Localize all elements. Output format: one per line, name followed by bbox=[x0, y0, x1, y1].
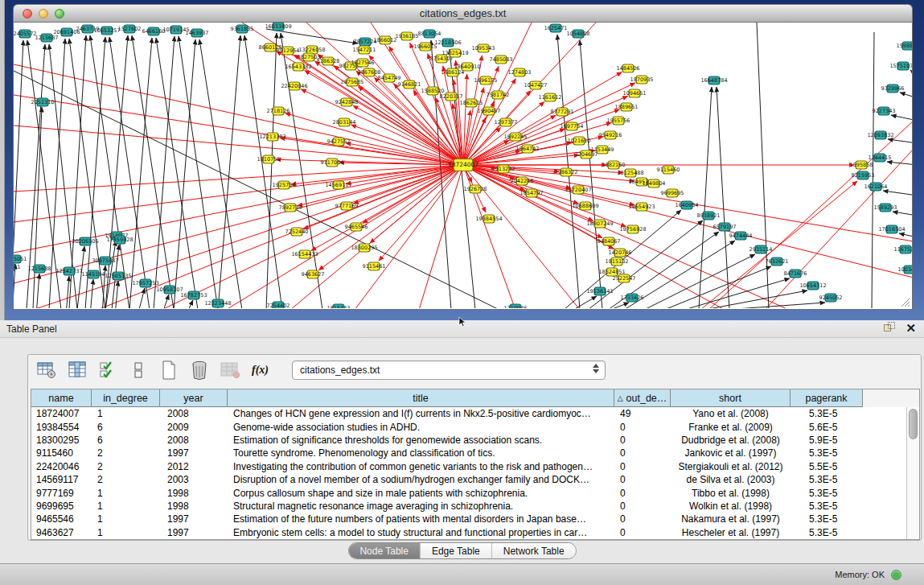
graph-node-label: 1274803 bbox=[508, 69, 532, 76]
citation-edge-black[interactable] bbox=[872, 32, 874, 308]
citation-edge-black[interactable] bbox=[899, 233, 912, 237]
citation-edge-black[interactable] bbox=[186, 300, 193, 308]
citation-edge-red[interactable] bbox=[14, 165, 463, 222]
show-columns-icon[interactable] bbox=[67, 360, 87, 380]
column-header-short[interactable]: short bbox=[671, 389, 791, 407]
network-canvas[interactable]: 2405572121568720691406246371910653257152… bbox=[14, 23, 912, 308]
table-row[interactable]: 946362711997Embryonic stem cells: a mode… bbox=[31, 526, 907, 539]
column-header-out_de[interactable]: △out_de… bbox=[614, 389, 671, 407]
table-row[interactable]: 946554611997Estimation of the future num… bbox=[31, 513, 907, 525]
citation-edge-black[interactable] bbox=[266, 29, 358, 43]
citation-edge-black[interactable] bbox=[85, 37, 105, 308]
citation-edge-black[interactable] bbox=[138, 288, 145, 308]
graph-node-label: 12213383 bbox=[259, 134, 285, 140]
table-row[interactable]: 1872400712008Changes of HCN gene express… bbox=[31, 407, 907, 420]
table-row[interactable]: 911546021997Tourette syndrome. Phenomeno… bbox=[31, 447, 907, 459]
citation-edge-black[interactable] bbox=[580, 40, 602, 308]
graph-node-label: 1692245 bbox=[504, 134, 528, 140]
graph-node-label: 1145194 bbox=[82, 271, 105, 278]
citation-edge-black[interactable] bbox=[33, 107, 42, 308]
citation-edge-black[interactable] bbox=[90, 35, 129, 308]
table-cell: 0 bbox=[614, 435, 671, 446]
table-cell: Jankovic et al. (1997) bbox=[671, 447, 791, 459]
graph-node-label: 9474444 bbox=[729, 233, 753, 239]
vertical-scrollbar[interactable] bbox=[906, 407, 919, 539]
graph-node-label: 7485083 bbox=[490, 56, 513, 63]
citation-edge-black[interactable] bbox=[596, 303, 629, 308]
tab-node-table[interactable]: Node Table bbox=[348, 543, 421, 558]
citation-edge-black[interactable] bbox=[883, 191, 912, 196]
citation-edge-red[interactable] bbox=[463, 96, 628, 165]
table-settings-icon[interactable] bbox=[36, 360, 56, 380]
table-row[interactable]: 2242004622012Investigating the contribut… bbox=[31, 460, 907, 473]
resize-grip-icon[interactable] bbox=[899, 296, 910, 307]
graph-node-label: 1870935 bbox=[630, 76, 654, 83]
citation-edge-black[interactable] bbox=[891, 115, 912, 121]
citation-edge-black[interactable] bbox=[281, 33, 322, 308]
new-table-icon[interactable] bbox=[158, 360, 179, 380]
network-window-titlebar[interactable]: citations_edges.txt bbox=[13, 4, 913, 23]
citation-edge-black[interactable] bbox=[109, 37, 150, 308]
table-row[interactable]: 1456911722003Disruption of a novel membe… bbox=[31, 473, 907, 486]
graph-node-label: 1589293 bbox=[874, 204, 897, 211]
close-panel-icon[interactable]: ✕ bbox=[906, 322, 916, 334]
row-selection-check-icon[interactable] bbox=[97, 360, 117, 380]
citation-edge-black[interactable] bbox=[266, 33, 277, 308]
column-header-year[interactable]: year bbox=[160, 389, 228, 407]
tab-edge-table[interactable]: Edge Table bbox=[421, 543, 492, 558]
graph-node-label: 1021610 bbox=[568, 138, 591, 144]
graph-node-label: 1153449 bbox=[591, 146, 614, 153]
citation-edge-black[interactable] bbox=[132, 35, 174, 308]
citation-edge-black[interactable] bbox=[36, 274, 39, 308]
table-selector[interactable]: citations_edges.txt bbox=[292, 360, 606, 380]
graph-node-label: 9699695 bbox=[661, 190, 684, 196]
citation-edge-black[interactable] bbox=[162, 295, 169, 308]
rows-icon[interactable] bbox=[128, 360, 148, 380]
table-cell: Changes of HCN gene expression and I(f) … bbox=[228, 408, 614, 419]
citation-edge-black[interactable] bbox=[218, 35, 240, 308]
graph-node-label: 13325419 bbox=[441, 50, 468, 56]
graph-node-label: 2522547 bbox=[613, 275, 636, 282]
column-header-pagerank[interactable]: pagerank bbox=[791, 389, 863, 407]
citation-edge-black[interactable] bbox=[910, 70, 912, 76]
citation-edge-red[interactable] bbox=[708, 121, 912, 308]
network-canvas-area[interactable]: 2405572121568720691406246371910653257152… bbox=[13, 23, 913, 310]
column-header-in_degree[interactable]: in_degree bbox=[92, 389, 160, 407]
sort-ascending-icon: △ bbox=[618, 394, 623, 402]
graph-node-label: 12342737 bbox=[55, 268, 82, 274]
graph-node-label: 18807249 bbox=[586, 220, 613, 227]
column-header-title[interactable]: title bbox=[228, 389, 614, 407]
table-cell: 14569117 bbox=[31, 474, 92, 485]
graph-node-label: 1094651 bbox=[623, 90, 647, 97]
table-row[interactable]: 969969511998Structural magnetic resonanc… bbox=[31, 500, 907, 513]
citation-edge-red[interactable] bbox=[389, 47, 463, 165]
table-cell: 9465546 bbox=[31, 513, 92, 525]
citation-edge-black[interactable] bbox=[66, 276, 69, 308]
column-header-name[interactable]: name bbox=[31, 389, 92, 407]
citation-edge-black[interactable] bbox=[115, 281, 118, 308]
tab-network-table[interactable]: Network Table bbox=[492, 543, 576, 558]
citation-edge-black[interactable] bbox=[129, 38, 152, 308]
citation-edge-black[interactable] bbox=[893, 212, 912, 216]
table-header-row: namein_degreeyeartitle△out_de…shortpager… bbox=[31, 389, 919, 407]
graph-node-label: 19384554 bbox=[475, 216, 502, 222]
citation-edge-red[interactable] bbox=[162, 165, 463, 308]
scrollbar-thumb[interactable] bbox=[909, 409, 918, 439]
table-row[interactable]: 977716911998Corpus callosum shape and si… bbox=[31, 486, 907, 499]
citation-edge-black[interactable] bbox=[154, 36, 175, 308]
citation-edge-red[interactable] bbox=[14, 165, 463, 283]
delete-table-icon[interactable] bbox=[189, 360, 209, 380]
citation-edge-black[interactable] bbox=[199, 39, 242, 308]
function-builder-icon[interactable]: f(x) bbox=[250, 360, 270, 380]
table-row[interactable]: 1938455462009Genome-wide association stu… bbox=[31, 420, 907, 433]
table-body[interactable]: 1872400712008Changes of HCN gene express… bbox=[31, 407, 907, 539]
graph-node-label: 18300295 bbox=[351, 245, 377, 251]
citation-edge-black[interactable] bbox=[90, 279, 93, 308]
table-cell: 5.3E-5 bbox=[791, 488, 863, 499]
float-panel-icon[interactable] bbox=[884, 322, 896, 334]
graph-node-label: 2405572 bbox=[14, 31, 36, 37]
table-row[interactable]: 1830029562008Estimation of significance … bbox=[31, 434, 907, 447]
citation-edge-black[interactable] bbox=[900, 93, 912, 98]
citation-edge-black[interactable] bbox=[717, 87, 729, 308]
memory-status-icon[interactable] bbox=[891, 570, 901, 580]
